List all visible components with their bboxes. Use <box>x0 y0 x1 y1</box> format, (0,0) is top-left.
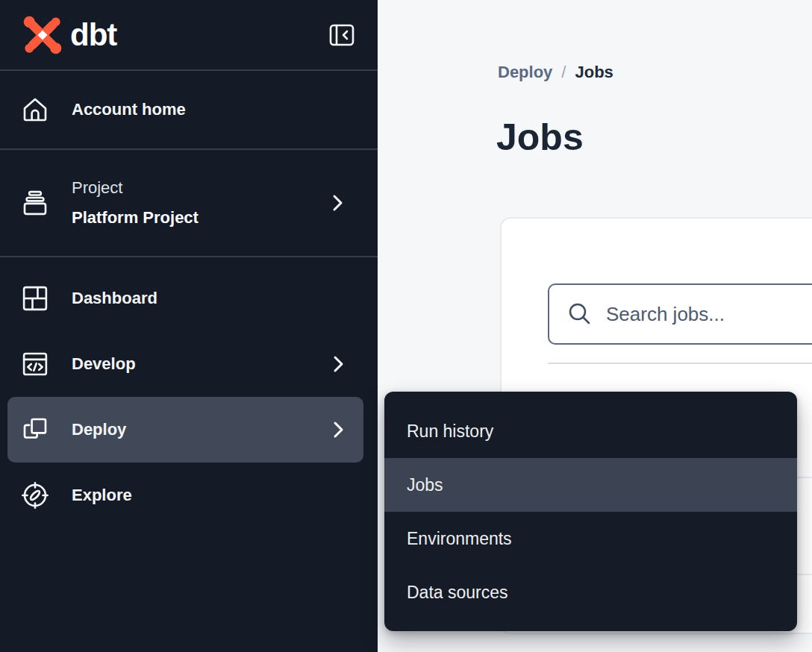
account-home-label: Account home <box>72 100 186 119</box>
dbt-logo-icon <box>21 15 64 55</box>
deploy-submenu: Run history Jobs Environments Data sourc… <box>384 392 797 631</box>
sidebar-item-explore[interactable]: Explore <box>7 463 363 528</box>
compass-icon <box>19 479 51 512</box>
sidebar-nav: Dashboard Develop <box>0 257 378 528</box>
search-box <box>548 283 812 345</box>
breadcrumb-deploy-link[interactable]: Deploy <box>498 63 552 82</box>
dashboard-label: Dashboard <box>72 289 157 308</box>
search-icon <box>567 301 593 327</box>
page-title: Jobs <box>496 113 584 161</box>
collapse-sidebar-icon <box>328 21 356 49</box>
search-divider <box>548 363 812 364</box>
chevron-right-icon <box>330 193 345 213</box>
menu-item-run-history[interactable]: Run history <box>384 404 797 458</box>
menu-item-environments[interactable]: Environments <box>384 512 797 565</box>
develop-label: Develop <box>72 354 136 374</box>
sidebar: dbt Account home Project <box>0 0 378 652</box>
project-stack-icon <box>19 186 51 219</box>
sidebar-item-account-home[interactable]: Account home <box>0 71 378 150</box>
sidebar-item-deploy[interactable]: Deploy <box>7 397 363 463</box>
explore-label: Explore <box>72 486 132 505</box>
develop-icon <box>19 348 51 380</box>
sidebar-item-project[interactable]: Project Platform Project <box>0 150 378 257</box>
sidebar-item-dashboard[interactable]: Dashboard <box>7 266 363 331</box>
breadcrumb: Deploy / Jobs <box>498 63 613 82</box>
sidebar-header: dbt <box>0 0 378 71</box>
breadcrumb-separator: / <box>561 63 566 82</box>
search-input[interactable] <box>606 285 812 343</box>
deploy-icon <box>19 413 51 446</box>
deploy-label: Deploy <box>72 420 126 439</box>
project-name: Platform Project <box>72 203 199 233</box>
chevron-right-icon <box>331 354 346 374</box>
home-icon <box>19 93 51 126</box>
project-label: Project <box>72 173 199 203</box>
collapse-sidebar-button[interactable] <box>327 20 357 50</box>
menu-item-jobs[interactable]: Jobs <box>384 458 797 512</box>
menu-item-data-sources[interactable]: Data sources <box>384 565 797 619</box>
sidebar-item-develop[interactable]: Develop <box>7 331 363 397</box>
breadcrumb-current: Jobs <box>575 63 613 82</box>
chevron-right-icon <box>331 420 346 439</box>
dbt-wordmark: dbt <box>70 17 116 53</box>
project-text: Project Platform Project <box>72 173 199 233</box>
dashboard-icon <box>19 282 51 315</box>
